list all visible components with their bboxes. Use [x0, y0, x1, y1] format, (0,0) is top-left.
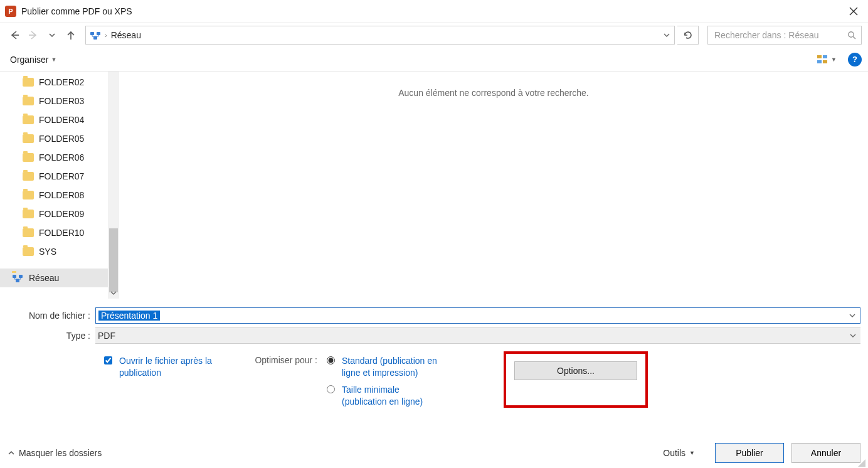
- type-label: Type :: [8, 331, 95, 341]
- organise-label: Organiser: [10, 55, 48, 65]
- folder-item[interactable]: SYS: [0, 242, 108, 261]
- folder-icon: [23, 153, 34, 162]
- folder-label: FOLDER08: [39, 190, 84, 200]
- chevron-up-icon: [8, 449, 15, 457]
- folder-icon: [23, 228, 34, 237]
- network-label: Réseau: [29, 273, 59, 283]
- up-button[interactable]: [63, 27, 79, 43]
- network-icon: [11, 273, 24, 283]
- breadcrumb-item[interactable]: Réseau: [111, 30, 141, 40]
- filename-field[interactable]: Présentation 1: [95, 307, 860, 324]
- folder-label: FOLDER04: [39, 115, 84, 125]
- tools-menu[interactable]: Outils ▼: [663, 448, 695, 458]
- dropdown-caret-icon: ▼: [831, 56, 837, 63]
- optimise-standard-label[interactable]: Standard (publication en ligne et impres…: [342, 355, 442, 379]
- type-field[interactable]: PDF: [95, 327, 860, 344]
- chevron-down-icon: [663, 31, 670, 39]
- network-icon: [90, 30, 101, 40]
- dropdown-caret-icon: ▼: [51, 56, 56, 63]
- open-after-label[interactable]: Ouvrir le fichier après la publication: [119, 355, 240, 379]
- folder-label: SYS: [39, 247, 56, 257]
- folder-item[interactable]: FOLDER10: [0, 223, 108, 242]
- arrow-left-icon: [9, 29, 20, 41]
- organise-menu[interactable]: Organiser ▼: [6, 52, 60, 67]
- folder-icon: [23, 247, 34, 256]
- empty-message: Aucun élément ne correspond à votre rech…: [119, 88, 868, 98]
- folder-icon: [23, 115, 34, 124]
- search-box[interactable]: [707, 26, 862, 45]
- address-history-button[interactable]: [663, 31, 670, 39]
- svg-rect-19: [19, 275, 23, 278]
- refresh-button[interactable]: [677, 26, 699, 45]
- open-after-checkbox[interactable]: [104, 356, 112, 364]
- magnifier-icon: [847, 31, 856, 40]
- address-bar[interactable]: › Réseau: [85, 26, 675, 45]
- folder-label: FOLDER03: [39, 96, 84, 106]
- folder-icon: [23, 134, 34, 143]
- svg-rect-17: [823, 60, 827, 63]
- folder-icon: [23, 172, 34, 181]
- dropdown-caret-icon: ▼: [689, 450, 695, 456]
- forward-button[interactable]: [25, 27, 41, 43]
- svg-rect-5: [90, 32, 94, 35]
- folder-label: FOLDER06: [39, 152, 84, 162]
- svg-line-13: [853, 36, 855, 39]
- folder-item[interactable]: FOLDER06: [0, 148, 108, 167]
- folder-label: FOLDER02: [39, 77, 84, 87]
- recent-locations-button[interactable]: [44, 27, 60, 43]
- folder-item[interactable]: FOLDER03: [0, 92, 108, 110]
- resize-grip[interactable]: [857, 458, 865, 467]
- folder-item[interactable]: FOLDER07: [0, 167, 108, 186]
- help-icon: ?: [852, 55, 857, 64]
- folder-icon: [23, 97, 34, 105]
- folder-label: FOLDER09: [39, 209, 84, 219]
- close-button[interactable]: [844, 2, 863, 21]
- footer: Masquer les dossiers Outils ▼ Publier An…: [0, 438, 868, 468]
- search-input[interactable]: [713, 29, 847, 41]
- folder-label: FOLDER07: [39, 171, 84, 181]
- svg-rect-6: [97, 32, 100, 35]
- arrow-up-icon: [66, 30, 76, 40]
- folder-label: FOLDER10: [39, 228, 84, 238]
- folder-icon: [23, 78, 34, 87]
- folder-item[interactable]: FOLDER08: [0, 186, 108, 205]
- svg-rect-18: [13, 275, 16, 278]
- form-panel: Nom de fichier : Présentation 1 Type : P…: [0, 299, 868, 408]
- type-dropdown-button[interactable]: [849, 332, 857, 339]
- nav-row: › Réseau: [0, 23, 868, 48]
- view-mode-button[interactable]: ▼: [813, 52, 839, 67]
- window-title: Publier comme PDF ou XPS: [21, 6, 132, 16]
- folder-item[interactable]: FOLDER05: [0, 129, 108, 148]
- search-icon[interactable]: [847, 31, 856, 40]
- tree-scrollbar[interactable]: [108, 72, 119, 299]
- optimise-minimal-radio[interactable]: [327, 385, 335, 393]
- folder-item[interactable]: FOLDER04: [0, 110, 108, 129]
- type-value: PDF: [98, 331, 115, 341]
- svg-rect-7: [93, 36, 97, 40]
- filename-label: Nom de fichier :: [8, 311, 95, 321]
- optimise-minimal-label[interactable]: Taille minimale (publication en ligne): [342, 384, 442, 408]
- folder-tree: FOLDER02FOLDER03FOLDER04FOLDER05FOLDER06…: [0, 72, 108, 299]
- hide-folders-label: Masquer les dossiers: [19, 448, 102, 458]
- folder-item[interactable]: FOLDER09: [0, 205, 108, 223]
- back-button[interactable]: [6, 27, 23, 43]
- scrollbar-down-button[interactable]: [108, 287, 119, 299]
- optimise-standard-radio[interactable]: [327, 356, 335, 364]
- title-bar: P Publier comme PDF ou XPS: [0, 0, 868, 23]
- chevron-down-icon: [48, 31, 56, 39]
- svg-rect-16: [817, 60, 822, 63]
- view-icon: [816, 53, 828, 66]
- network-item[interactable]: Réseau: [0, 269, 108, 287]
- help-button[interactable]: ?: [848, 53, 862, 66]
- svg-rect-20: [16, 279, 19, 282]
- folder-item[interactable]: FOLDER02: [0, 73, 108, 92]
- scrollbar-thumb[interactable]: [109, 228, 118, 292]
- hide-folders-button[interactable]: Masquer les dossiers: [8, 448, 102, 458]
- folder-label: FOLDER05: [39, 134, 84, 144]
- filename-dropdown-button[interactable]: [849, 312, 856, 319]
- breadcrumb-chevron-icon[interactable]: ›: [105, 31, 107, 39]
- cancel-button[interactable]: Annuler: [791, 443, 860, 463]
- content-pane: Aucun élément ne correspond à votre rech…: [119, 72, 868, 299]
- options-button[interactable]: Options...: [514, 361, 637, 380]
- publish-button[interactable]: Publier: [715, 443, 784, 463]
